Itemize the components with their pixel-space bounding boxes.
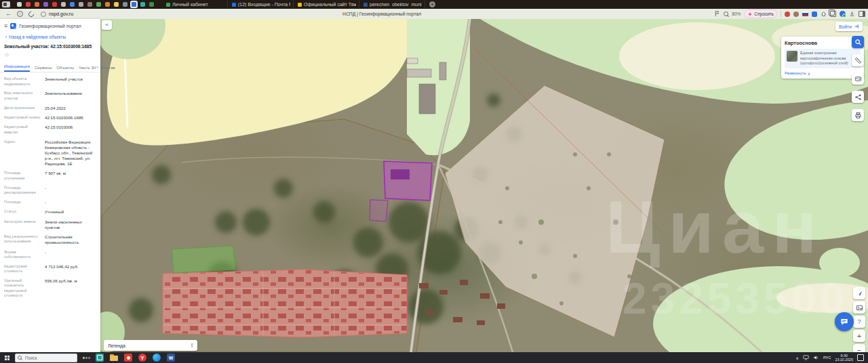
pinned-tab[interactable] xyxy=(79,2,83,7)
attribute-row: Вид объекта недвижимости Земельный участ… xyxy=(4,74,96,89)
volume-icon[interactable] xyxy=(813,355,819,360)
url-text[interactable]: nspd.gov.ru xyxy=(49,12,73,16)
pinned-tab[interactable] xyxy=(61,2,66,7)
print-button[interactable] xyxy=(852,109,864,121)
help-button[interactable]: ? xyxy=(853,316,865,328)
notification-center-icon[interactable] xyxy=(857,354,864,361)
attribute-row: Вид разрешенного использования Строитель… xyxy=(4,232,96,248)
pinned-tab[interactable] xyxy=(70,2,75,7)
basemap-expand-link[interactable]: Развернуть ∨ xyxy=(785,71,861,76)
clock[interactable]: 9:30 23.10.2025 xyxy=(835,354,853,362)
extension-red-icon[interactable] xyxy=(785,12,790,17)
browser-address-bar: ← i nspd.gov.ru НСПД | Геоинформационный… xyxy=(0,9,868,20)
zoom-out-button[interactable]: − xyxy=(853,344,865,352)
pinned-tab[interactable] xyxy=(140,2,145,7)
info-tab[interactable]: Информация xyxy=(4,64,30,72)
pinned-tab[interactable] xyxy=(26,2,31,7)
pinned-tab[interactable] xyxy=(87,2,92,7)
extension-brown-icon[interactable] xyxy=(793,12,799,17)
browser-tab[interactable]: (12) Входящие - Почта M xyxy=(229,1,294,8)
download-icon[interactable] xyxy=(849,11,855,17)
home-icon[interactable] xyxy=(821,11,827,17)
attribute-label: Площадь xyxy=(4,200,41,205)
ruler-icon xyxy=(854,57,862,64)
attribute-row: Площадь - xyxy=(4,198,96,207)
pinned-tab[interactable] xyxy=(43,2,48,7)
basemap-layer-row[interactable]: Единая электронная картографическая осно… xyxy=(785,49,861,68)
login-button[interactable]: Войти xyxy=(835,22,863,31)
printer-icon xyxy=(854,112,862,119)
pinned-tab[interactable] xyxy=(52,2,57,7)
sparkle-icon xyxy=(747,12,753,17)
info-icon[interactable]: i xyxy=(17,11,23,17)
tab-label: Личный кабинет xyxy=(172,2,208,7)
attribute-value: 4 713 046,42 руб. xyxy=(45,264,96,274)
info-tab[interactable]: Сервисы xyxy=(35,65,52,72)
app-icon-settings[interactable] xyxy=(96,354,104,362)
legend-bar[interactable]: Легенда ∧∨ xyxy=(104,340,197,351)
pinned-tab[interactable] xyxy=(105,2,110,7)
zoom-in-button[interactable]: + xyxy=(853,330,865,342)
browser-tab[interactable]: Официальный сайт Тяж xyxy=(295,1,359,8)
file-explorer-icon[interactable] xyxy=(110,354,118,362)
extension-blue-icon[interactable] xyxy=(812,12,817,17)
network-icon[interactable] xyxy=(803,355,809,360)
info-tab[interactable]: Состав xyxy=(101,65,115,72)
pinned-tab[interactable] xyxy=(17,2,22,7)
search-input[interactable] xyxy=(24,355,67,361)
attribute-label: Кадастровый номер xyxy=(4,115,41,121)
pinned-tab[interactable] xyxy=(96,2,101,7)
widgets-icon[interactable] xyxy=(83,357,90,359)
menu-icon[interactable]: ≡ xyxy=(4,23,7,29)
portal-logo xyxy=(10,23,16,29)
map-container[interactable]: Циан 23253500 « Легенда ∧∨ Войти Картоос… xyxy=(100,19,868,352)
tray-expand-icon[interactable]: ∧ xyxy=(795,356,798,360)
measure-ruler-button[interactable] xyxy=(852,54,864,66)
location-pin-icon[interactable] xyxy=(840,11,846,17)
edge-browser-icon[interactable] xyxy=(153,354,161,362)
pinned-tab[interactable] xyxy=(132,2,136,7)
browser-tab[interactable]: perechen_obektov_muni xyxy=(361,1,425,8)
extension-ru-flag-icon[interactable] xyxy=(802,12,808,16)
info-tab[interactable]: Часть ЗУ xyxy=(79,65,96,72)
favorite-star-icon[interactable]: ☆ xyxy=(0,50,100,61)
screenshot-button[interactable] xyxy=(853,301,865,314)
new-tab-button[interactable]: + xyxy=(429,1,435,7)
collapse-panel-button[interactable]: « xyxy=(102,20,112,30)
attribute-label: Вид разрешенного использования xyxy=(4,234,41,245)
app-icon-red[interactable] xyxy=(124,354,132,362)
reload-icon[interactable] xyxy=(27,10,35,18)
my-location-button[interactable] xyxy=(853,287,865,299)
map-canvas[interactable]: Циан 23253500 xyxy=(100,19,868,352)
ask-ai-button[interactable]: Спросить xyxy=(744,9,777,18)
back-to-results-link[interactable]: ‹ Назад в найденные объекты xyxy=(0,32,100,41)
tab-groups-icon[interactable] xyxy=(830,11,836,17)
share-button[interactable] xyxy=(852,91,864,103)
attribute-label: Форма собственности xyxy=(4,250,41,260)
zoom-in-label: + xyxy=(857,332,861,340)
pinned-tab[interactable] xyxy=(123,2,127,7)
attribute-value: Землепользование xyxy=(45,91,96,101)
tabs-scroll-arrow[interactable]: › xyxy=(97,65,98,70)
back-icon[interactable]: ← xyxy=(5,9,12,19)
taskbar-search[interactable] xyxy=(15,354,77,362)
language-indicator[interactable]: РУС xyxy=(823,356,831,360)
sidebar-toggle-icon[interactable] xyxy=(859,11,865,17)
identify-object-button[interactable] xyxy=(852,72,864,85)
site-security-icon[interactable] xyxy=(41,12,46,17)
bookmark-flag-icon[interactable] xyxy=(714,11,720,17)
search-layers-button[interactable] xyxy=(852,36,864,48)
pinned-tab[interactable] xyxy=(114,2,119,7)
yandex-browser-icon[interactable]: Y xyxy=(138,354,146,362)
pinned-tab[interactable] xyxy=(149,2,154,7)
word-icon[interactable]: W xyxy=(167,354,175,362)
support-chat-button[interactable] xyxy=(835,312,854,331)
attribute-value: Земли населенных пунктов xyxy=(45,219,96,230)
zoom-level[interactable]: 80% xyxy=(732,12,741,16)
pinned-tab[interactable] xyxy=(35,2,39,7)
info-tab[interactable]: Объекты xyxy=(57,65,75,72)
start-button[interactable] xyxy=(5,356,9,360)
browser-tab[interactable]: Личный кабинет xyxy=(163,1,228,8)
browser-menu-icon[interactable] xyxy=(2,1,10,7)
back-link-label: Назад в найденные объекты xyxy=(9,35,66,39)
